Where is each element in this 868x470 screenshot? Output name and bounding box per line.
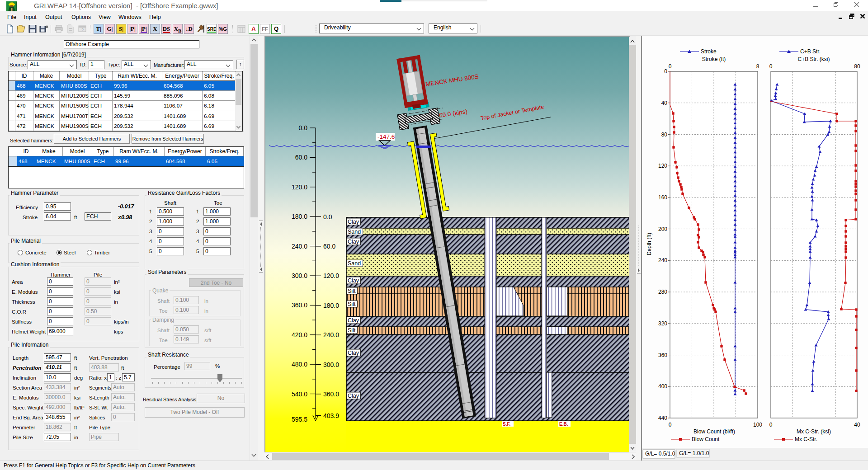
svg-text:Silt: Silt	[348, 288, 356, 294]
svg-text:G/L= 0.5/1.0: G/L= 0.5/1.0	[645, 451, 675, 457]
svg-text:E.B.: E.B.	[559, 422, 568, 427]
svg-text:Sand: Sand	[348, 260, 361, 267]
svg-text:0: 0	[669, 422, 672, 428]
svg-text:Silt: Silt	[348, 301, 356, 307]
svg-text:80: 80	[661, 132, 668, 138]
svg-text:S.F.: S.F.	[503, 422, 510, 427]
svg-text:40: 40	[854, 422, 860, 428]
svg-text:Blow Count (bl/ft): Blow Count (bl/ft)	[693, 428, 735, 435]
svg-text:280: 280	[658, 289, 667, 295]
svg-text:360.0: 360.0	[323, 390, 339, 398]
svg-text:C+B Str.: C+B Str.	[800, 48, 821, 55]
svg-text:8: 8	[756, 63, 760, 70]
svg-text:360.0: 360.0	[292, 301, 307, 309]
svg-text:Clay: Clay	[348, 277, 359, 284]
svg-text:C+B Str. (ksi): C+B Str. (ksi)	[797, 56, 830, 62]
svg-text:540.0: 540.0	[292, 390, 307, 398]
svg-text:420.0: 420.0	[292, 331, 307, 338]
svg-text:Sand: Sand	[348, 229, 361, 235]
svg-text:120: 120	[658, 163, 667, 169]
svg-text:40: 40	[661, 100, 668, 106]
svg-text:Stroke (ft): Stroke (ft)	[702, 56, 726, 62]
svg-text:120.0: 120.0	[292, 183, 307, 191]
svg-text:100: 100	[753, 422, 762, 428]
svg-text:60.0: 60.0	[323, 243, 335, 250]
svg-text:0.0: 0.0	[299, 124, 308, 132]
svg-text:360: 360	[658, 352, 667, 358]
svg-text:0: 0	[769, 63, 773, 70]
svg-text:?: ?	[81, 28, 84, 32]
svg-text:0: 0	[664, 68, 667, 75]
svg-text:Clay: Clay	[348, 239, 359, 245]
svg-text:Silt: Silt	[348, 327, 356, 334]
svg-text:0: 0	[769, 422, 773, 428]
svg-text:300.0: 300.0	[292, 272, 307, 279]
svg-text:200: 200	[658, 226, 667, 232]
svg-text:440: 440	[658, 415, 667, 421]
svg-text:Clay: Clay	[348, 317, 359, 324]
svg-text:Mx C-Str.: Mx C-Str.	[795, 436, 817, 442]
svg-text:80: 80	[854, 63, 860, 70]
svg-text:180.0: 180.0	[323, 302, 339, 309]
svg-text:240.0: 240.0	[292, 243, 307, 250]
svg-text:180.0: 180.0	[292, 213, 307, 220]
svg-text:320: 320	[658, 320, 667, 327]
svg-text:160: 160	[658, 194, 667, 201]
svg-text:-147.6: -147.6	[377, 133, 395, 140]
svg-text:Mx C-Str. (ksi): Mx C-Str. (ksi)	[797, 428, 831, 435]
svg-text:Depth (ft): Depth (ft)	[646, 233, 652, 255]
svg-text:0: 0	[669, 63, 672, 70]
svg-text:Clay: Clay	[348, 219, 359, 225]
svg-text:400: 400	[658, 383, 667, 390]
svg-text:240: 240	[658, 257, 667, 263]
svg-text:403.9: 403.9	[323, 412, 339, 419]
svg-text:Stroke: Stroke	[701, 48, 717, 55]
svg-text:595.5: 595.5	[292, 416, 307, 423]
svg-text:240.0: 240.0	[323, 331, 339, 338]
svg-text:480.0: 480.0	[292, 361, 307, 368]
svg-text:G/L= 1.0/1.0: G/L= 1.0/1.0	[679, 450, 709, 456]
svg-text:60.0: 60.0	[295, 154, 307, 161]
svg-text:Clay: Clay	[348, 393, 359, 399]
svg-text:0.0: 0.0	[323, 213, 332, 221]
svg-text:Clay: Clay	[348, 350, 359, 356]
svg-text:120.0: 120.0	[323, 272, 339, 279]
svg-text:Blow Count: Blow Count	[692, 436, 720, 442]
svg-text:300.0: 300.0	[323, 361, 339, 368]
